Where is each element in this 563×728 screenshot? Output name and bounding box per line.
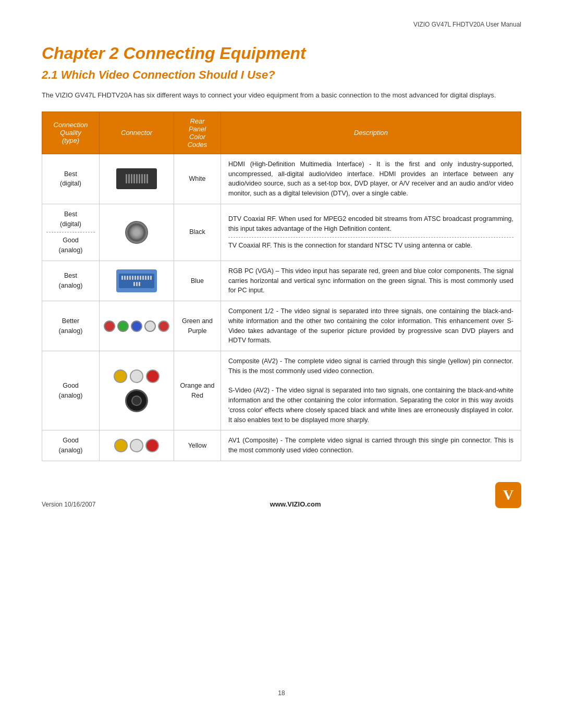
table-row: Good(analog) O bbox=[42, 351, 521, 430]
vga-pin bbox=[139, 282, 140, 286]
composite-svideo-connectors bbox=[104, 369, 169, 412]
av1-yellow bbox=[114, 439, 128, 452]
vga-pin bbox=[148, 276, 149, 280]
hdmi-pin bbox=[126, 174, 127, 183]
rca-white bbox=[130, 369, 143, 383]
page-header: VIZIO GV47L FHDTV20A User Manual bbox=[42, 21, 521, 28]
rca-yellow bbox=[114, 369, 127, 383]
vga-pin bbox=[121, 276, 123, 280]
color-code-cell: Orange and Red bbox=[174, 351, 221, 430]
color-code-cell: Blue bbox=[174, 261, 221, 301]
vga-pin bbox=[150, 276, 152, 280]
description-cell: RGB PC (VGA) – This video input has sepa… bbox=[221, 261, 521, 301]
quality-cell: Best(digital) Good(analog) bbox=[42, 204, 100, 261]
table-row: Best(analog) bbox=[42, 261, 521, 301]
hdmi-connector bbox=[116, 168, 157, 189]
description-cell: DTV Coaxial RF. When used for MPEG2 enco… bbox=[221, 204, 521, 261]
connector-cell bbox=[100, 261, 174, 301]
hdmi-pin bbox=[131, 174, 132, 183]
col-header-color: RearPanelColorCodes bbox=[174, 112, 221, 154]
connector-cell bbox=[100, 154, 174, 204]
table-row: Good(analog) Yellow AV1 (Composite) - Th… bbox=[42, 430, 521, 461]
rca-white-plug bbox=[144, 320, 156, 332]
rca-green-plug bbox=[117, 320, 129, 332]
connection-table: ConnectionQuality(type) Connector RearPa… bbox=[42, 112, 521, 461]
intro-text: The VIZIO GV47L FHDTV20A has six differe… bbox=[42, 90, 521, 101]
av1-connectors bbox=[104, 439, 169, 452]
vga-pin bbox=[129, 276, 131, 280]
separator bbox=[228, 237, 513, 238]
description-cell: HDMI (High-Definition Multimedia Interfa… bbox=[221, 154, 521, 204]
hdmi-pin bbox=[133, 174, 135, 183]
vga-pin bbox=[137, 276, 139, 280]
description-cell: Component 1/2 - The video signal is sepa… bbox=[221, 301, 521, 351]
vga-pin bbox=[127, 276, 128, 280]
footer-website: www.VIZIO.com bbox=[270, 500, 321, 508]
hdmi-pin bbox=[146, 174, 148, 183]
table-row: Best(digital) Good(analog) Black DTV Coa… bbox=[42, 204, 521, 261]
vga-body bbox=[119, 274, 154, 288]
description-cell: AV1 (Composite) - The complete video sig… bbox=[221, 430, 521, 461]
connector-cell bbox=[100, 430, 174, 461]
svideo-connector bbox=[125, 389, 148, 412]
hdmi-pin bbox=[144, 174, 145, 183]
vga-pin bbox=[134, 276, 136, 280]
page: VIZIO GV47L FHDTV20A User Manual Chapter… bbox=[0, 0, 563, 728]
color-code-cell: Black bbox=[174, 204, 221, 261]
av1-white bbox=[130, 439, 143, 452]
quality-cell: Good(analog) bbox=[42, 351, 100, 430]
manual-title: VIZIO GV47L FHDTV20A User Manual bbox=[413, 21, 521, 28]
page-number: 18 bbox=[278, 689, 285, 697]
quality-cell: Good(analog) bbox=[42, 430, 100, 461]
connector-cell bbox=[100, 351, 174, 430]
quality-cell: Best(analog) bbox=[42, 261, 100, 301]
description-cell: Composite (AV2) - The complete video sig… bbox=[221, 351, 521, 430]
vga-pin bbox=[140, 276, 141, 280]
rca-blue-plug bbox=[131, 320, 142, 332]
vga-pin bbox=[142, 276, 144, 280]
table-row: Best(digital) bbox=[42, 154, 521, 204]
quality-cell: Best(digital) bbox=[42, 154, 100, 204]
col-header-quality: ConnectionQuality(type) bbox=[42, 112, 100, 154]
vga-pin bbox=[145, 276, 146, 280]
vga-pin bbox=[136, 282, 138, 286]
color-code-cell: Green and Purple bbox=[174, 301, 221, 351]
coaxial-connector bbox=[125, 221, 148, 244]
hdmi-pin bbox=[136, 174, 138, 183]
hdmi-pin bbox=[141, 174, 143, 183]
col-header-description: Description bbox=[221, 112, 521, 154]
col-header-connector: Connector bbox=[100, 112, 174, 154]
hdmi-pin bbox=[128, 174, 130, 183]
vga-pin bbox=[124, 276, 126, 280]
quality-cell: Better(analog) bbox=[42, 301, 100, 351]
color-code-cell: White bbox=[174, 154, 221, 204]
color-code-cell: Yellow bbox=[174, 430, 221, 461]
vizio-v-letter: V bbox=[503, 487, 513, 503]
vga-connector bbox=[116, 269, 157, 292]
av1-red bbox=[145, 439, 159, 452]
rca-red bbox=[146, 369, 160, 383]
table-row: Better(analog) Green and Purple Componen… bbox=[42, 301, 521, 351]
composite-row bbox=[114, 369, 160, 383]
connector-cell bbox=[100, 204, 174, 261]
component-connector bbox=[104, 320, 169, 332]
separator bbox=[46, 232, 95, 232]
rca-plug bbox=[158, 320, 169, 332]
section-title: 2.1 Which Video Connection Should I Use? bbox=[42, 68, 521, 82]
chapter-title: Chapter 2 Connecting Equipment bbox=[42, 44, 521, 63]
page-footer: Version 10/16/2007 www.VIZIO.com V bbox=[42, 477, 521, 508]
svideo-inner bbox=[131, 396, 142, 406]
hdmi-pins bbox=[126, 174, 148, 183]
hdmi-pin bbox=[139, 174, 140, 183]
rca-red-plug bbox=[104, 320, 115, 332]
vga-pin bbox=[133, 282, 135, 286]
vizio-logo: V bbox=[495, 482, 521, 508]
connector-cell bbox=[100, 301, 174, 351]
vga-pin bbox=[132, 276, 133, 280]
footer-version: Version 10/16/2007 bbox=[42, 501, 95, 508]
